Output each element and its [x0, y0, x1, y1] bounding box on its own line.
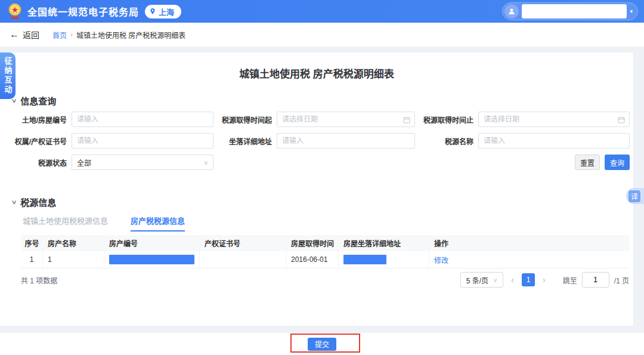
table-header-row: 序号 房产名称 房产编号 产权证书号 房屋取得时间 房屋坐落详细地址 操作 — [21, 235, 629, 251]
pagination-bar: 共 1 项数据 5 条/页 ∨ ‹ 1 › 跳至 /1 页 — [21, 272, 629, 288]
field-cert-number: 权属/产权证书号 — [12, 133, 213, 149]
cell-seq: 1 — [21, 251, 43, 268]
col-actions: 操作 — [429, 235, 629, 251]
top-bar: 全国统一规范电子税务局 上海 ▾ — [0, 0, 644, 23]
source-name-label: 税源名称 — [420, 136, 473, 146]
search-button[interactable]: 查询 — [605, 155, 630, 170]
query-section-title: 信息查询 — [20, 94, 56, 107]
tab-land-use-tax[interactable]: 城镇土地使用税税源信息 — [23, 215, 108, 231]
redacted-property-number — [109, 255, 194, 264]
source-info-tabs: 城镇土地使用税税源信息 房产税税源信息 — [23, 215, 185, 231]
location-pill[interactable]: 上海 — [145, 5, 181, 18]
source-status-label: 税源状态 — [12, 158, 67, 168]
select-caret-icon: ∨ — [204, 159, 208, 166]
translate-icon: 译 — [628, 190, 640, 202]
col-seq: 序号 — [21, 235, 43, 251]
main-panel: 征纳互动 城镇土地使用税 房产税税源明细表 ∨ 信息查询 土地/房屋编号 税源取… — [0, 53, 633, 326]
total-count-text: 共 1 项数据 — [21, 275, 57, 285]
page-size-value: 5 条/页 — [466, 275, 488, 285]
collapse-caret-icon[interactable]: ∨ — [11, 199, 17, 205]
footer-bar: 提交 — [0, 333, 644, 355]
address-input[interactable] — [277, 134, 414, 148]
query-section-header: ∨ 信息查询 — [12, 94, 56, 107]
reset-button[interactable]: 重置 — [575, 155, 600, 170]
select-caret-icon: ∨ — [493, 277, 497, 283]
user-account-dropdown[interactable]: ▾ — [502, 2, 638, 20]
tab-property-tax[interactable]: 房产税税源信息 — [131, 215, 185, 231]
location-pin-icon — [149, 8, 156, 15]
source-info-section-header: ∨ 税源信息 — [12, 196, 56, 208]
edit-row-link[interactable]: 修改 — [434, 255, 448, 265]
breadcrumb-current: 城镇土地使用税 房产税税源明细表 — [76, 30, 185, 40]
back-button[interactable]: ← 返回 — [10, 29, 39, 41]
source-name-input[interactable] — [479, 134, 629, 148]
jump-to-page-input[interactable] — [582, 272, 609, 288]
field-address: 坐落详细地址 — [218, 133, 415, 149]
acquire-start-label: 税源取得时间起 — [218, 115, 272, 125]
cert-number-input[interactable] — [72, 134, 213, 148]
col-cert-number: 产权证书号 — [200, 235, 286, 251]
back-arrow-icon: ← — [10, 30, 19, 39]
acquire-end-label: 税源取得时间止 — [420, 115, 473, 125]
source-info-section-title: 税源信息 — [20, 196, 56, 208]
person-icon — [507, 7, 516, 16]
field-source-status: 税源状态 全部 ∨ — [12, 155, 213, 170]
col-acquire-date: 房屋取得时间 — [286, 235, 339, 251]
cell-actions: 修改 — [429, 251, 629, 268]
table-row: 1 1 2016-06-01 修改 — [21, 251, 629, 268]
breadcrumb-separator-icon: › — [70, 30, 73, 39]
cell-property-name: 1 — [43, 251, 104, 268]
submit-button[interactable]: 提交 — [308, 338, 336, 351]
page-title: 城镇土地使用税 房产税税源明细表 — [0, 66, 633, 81]
collapse-caret-icon[interactable]: ∨ — [11, 97, 17, 104]
land-number-input[interactable] — [72, 112, 213, 126]
source-status-select[interactable]: 全部 ∨ — [72, 155, 213, 170]
field-source-name: 税源名称 — [420, 133, 630, 149]
user-avatar — [504, 4, 519, 18]
page-size-select[interactable]: 5 条/页 ∨ — [460, 272, 504, 288]
page-number-button[interactable]: 1 — [522, 273, 535, 286]
address-label: 坐落详细地址 — [218, 136, 272, 146]
source-status-value: 全部 — [77, 158, 204, 168]
page: 全国统一规范电子税务局 上海 ▾ ← 返回 首页 › 城镇土地 — [0, 0, 644, 355]
breadcrumb-home-link[interactable]: 首页 — [52, 30, 67, 40]
app-title: 全国统一规范电子税务局 — [27, 4, 139, 18]
location-label: 上海 — [159, 6, 174, 17]
cert-number-label: 权属/产权证书号 — [12, 136, 67, 146]
land-number-label: 土地/房屋编号 — [12, 115, 67, 125]
user-dropdown-caret-icon[interactable]: ▾ — [630, 8, 633, 14]
field-acquire-end: 税源取得时间止 — [420, 112, 630, 127]
cell-acquire-date: 2016-06-01 — [286, 251, 339, 268]
translate-float-widget[interactable]: 译 — [626, 188, 644, 204]
prev-page-button[interactable]: ‹ — [511, 275, 514, 285]
total-pages-text: /1 页 — [614, 275, 629, 285]
field-land-number: 土地/房屋编号 — [12, 112, 213, 127]
breadcrumb-bar: ← 返回 首页 › 城镇土地使用税 房产税税源明细表 — [0, 23, 644, 47]
cell-property-number — [104, 251, 200, 268]
back-label: 返回 — [23, 29, 39, 41]
acquire-end-date-input[interactable] — [479, 112, 629, 126]
user-name-field[interactable] — [522, 4, 627, 18]
next-page-button[interactable]: › — [543, 275, 546, 285]
redacted-address — [343, 255, 386, 264]
col-address: 房屋坐落详细地址 — [339, 235, 429, 251]
cell-cert-number — [200, 251, 286, 268]
col-property-name: 房产名称 — [43, 235, 104, 251]
field-acquire-start: 税源取得时间起 — [218, 112, 415, 127]
col-property-number: 房产编号 — [104, 235, 200, 251]
tax-bureau-emblem-icon — [7, 3, 23, 20]
jump-to-label: 跳至 — [563, 275, 577, 285]
property-tax-table: 序号 房产名称 房产编号 产权证书号 房屋取得时间 房屋坐落详细地址 操作 1 … — [21, 235, 629, 268]
acquire-start-date-input[interactable] — [277, 112, 414, 126]
cell-address — [339, 251, 429, 268]
